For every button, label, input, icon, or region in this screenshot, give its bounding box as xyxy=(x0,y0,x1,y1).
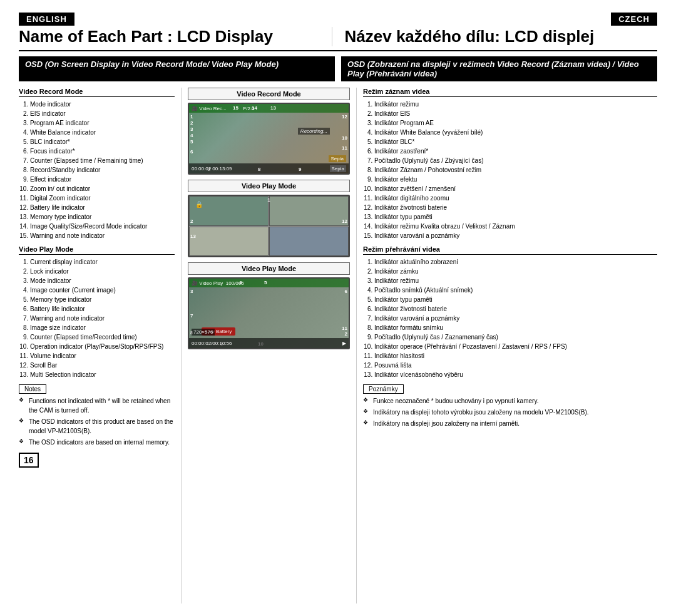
left-panel: Video Record Mode Mode indicator EIS ind… xyxy=(19,88,182,603)
sepia-label: Sepia xyxy=(329,155,346,162)
list-item: Counter (Elapsed time / Remaining time) xyxy=(30,156,175,165)
page-number: 16 xyxy=(19,453,39,468)
lock-icon: 🔒 xyxy=(195,201,203,208)
main-title-row: Name of Each Part : LCD Display Název ka… xyxy=(19,27,657,51)
list-item: Image counter (Current image) xyxy=(30,285,175,295)
list-item: Counter (Elapsed time/Recorded time) xyxy=(30,332,175,342)
resolution-label: 720×576 xyxy=(192,329,215,336)
list-item: Indikátor typu paměti xyxy=(374,295,657,304)
list-item: Indikátor zámku xyxy=(374,267,657,276)
screen-bottom-bar2: 00:00:02/00:10:56 ▶ xyxy=(189,338,349,348)
list-item: Image Quality/Size/Record Mode indicator xyxy=(30,222,175,231)
cz-notes-list: Funkce neoznačené * budou uchovány i po … xyxy=(363,396,657,428)
list-item: White Balance indicator xyxy=(30,128,175,137)
indicator-6: 6 xyxy=(190,149,193,155)
list-item: Image size indicator xyxy=(30,323,175,332)
list-item: Indikátor digitálního zoomu xyxy=(374,193,657,203)
list-item: Indikátor režimu Kvalita obrazu / Veliko… xyxy=(374,222,657,231)
list-item: Indikátor zvětšení / zmenšení xyxy=(374,184,657,193)
screen-grid xyxy=(189,196,349,256)
list-item: The OSD indicators of this product are b… xyxy=(19,417,175,436)
notes-label: Notes xyxy=(19,384,46,394)
list-item: Mode indicator xyxy=(30,276,175,285)
eng-vpm-title: Video Play Mode xyxy=(19,245,175,255)
english-badge: ENGLISH xyxy=(19,13,74,26)
indicator-4: 4 xyxy=(190,133,193,138)
list-item: Počítadlo (Uplynulý čas / Zaznamenaný ča… xyxy=(374,332,657,342)
indicator-14: 14 xyxy=(252,105,257,111)
list-item: Funkce neoznačené * budou uchovány i po … xyxy=(363,396,657,406)
list-item: The OSD indicators are based on internal… xyxy=(19,438,175,447)
list-item: Lock indicator xyxy=(30,267,175,276)
list-item: Indikátory na displeji jsou založeny na … xyxy=(363,419,657,428)
indicator-5: 5 xyxy=(190,139,193,145)
grid-cell xyxy=(269,227,349,257)
eng-vrm-title: Video Record Mode xyxy=(19,88,175,97)
list-item: Indikátor režimu xyxy=(374,276,657,285)
indicator-1: 1 xyxy=(267,197,270,203)
main-title-right: Název každého dílu: LCD displej xyxy=(332,27,658,46)
list-item: Multi Selection indicator xyxy=(30,370,175,379)
subtitle-right: OSD (Zobrazení na displeji v režimech Vi… xyxy=(341,56,657,81)
screen-top-bar2: 🎥 Video Play 100/005 xyxy=(189,279,349,287)
list-item: Current display indicator xyxy=(30,257,175,267)
poznamky-label: Poznámky xyxy=(363,384,404,394)
notes-list: Functions not indicated with * will be r… xyxy=(19,396,175,447)
eng-vpm-list: Current display indicator Lock indicator… xyxy=(19,257,175,379)
list-item: Warning and note indicator xyxy=(30,231,175,240)
list-item: Indikátor efektu xyxy=(374,175,657,184)
indicator-8: 8 xyxy=(258,167,260,172)
vrm-screen: 🎥 Video Rec... F/2.0 1 2 3 4 5 6 12 10 1… xyxy=(188,103,350,175)
list-item: Posuvná lišta xyxy=(374,361,657,370)
indicator-11: 11 xyxy=(342,326,347,331)
indicator-13: 13 xyxy=(190,234,196,239)
vpm-screen-title2: Video Play Mode xyxy=(188,262,350,275)
screen-top-bar: 🎥 Video Rec... F/2.0 xyxy=(189,104,349,113)
vpm-screen-title1: Video Play Mode xyxy=(188,180,350,192)
list-item: BLC indicator* xyxy=(30,137,175,146)
indicator-2: 2 xyxy=(345,331,347,337)
eng-vrm-list: Mode indicator EIS indicator Program AE … xyxy=(19,100,175,240)
list-item: Memory type indicator xyxy=(30,295,175,304)
list-item: Indikátor Program AE xyxy=(374,118,657,128)
list-item: Scroll Bar xyxy=(30,361,175,370)
cz-vpm-title: Režim přehrávání videa xyxy=(363,245,657,255)
list-item: Indikátor formátu snímku xyxy=(374,323,657,332)
list-item: Zoom in/ out indicator xyxy=(30,184,175,193)
list-item: Indikátor White Balance (vyvážení bílé) xyxy=(374,128,657,137)
list-item: EIS indicator xyxy=(30,109,175,118)
page: ENGLISH CZECH Name of Each Part : LCD Di… xyxy=(0,0,676,616)
indicator-2: 2 xyxy=(190,218,193,224)
indicator-7: 7 xyxy=(190,313,193,319)
lang-badges-row: ENGLISH CZECH xyxy=(19,13,657,26)
cz-vrm-title: Režim záznam videa xyxy=(363,88,657,97)
indicator-11: 11 xyxy=(342,145,347,151)
list-item: Indikátor BLC* xyxy=(374,137,657,146)
indicator-15: 15 xyxy=(233,105,238,111)
list-item: Indikátor Záznam / Pohotovostní režim xyxy=(374,165,657,175)
vpm-screen2: 🎥 Video Play 100/005 3 4 5 6 7 11 8 9 10… xyxy=(188,277,350,349)
indicator-4: 4 xyxy=(239,280,242,285)
list-item: Digital Zoom indicator xyxy=(30,193,175,203)
list-item: Warning and note indicator xyxy=(30,314,175,323)
indicator-6: 6 xyxy=(345,289,347,294)
list-item: Mode indicator xyxy=(30,100,175,109)
right-panel: Režim záznam videa Indikátor režimu Indi… xyxy=(357,88,657,603)
list-item: Program AE indicator xyxy=(30,118,175,128)
czech-badge: CZECH xyxy=(611,13,657,26)
screen-bottom-bar: 00:00:02 00:13:09 Sepia xyxy=(189,163,349,173)
indicator-9: 9 xyxy=(299,167,301,172)
list-item: Indikátor hlasitosti xyxy=(374,351,657,361)
indicator-5: 5 xyxy=(264,280,267,285)
list-item: Indikátor životnosti baterie xyxy=(374,203,657,212)
subtitle-row: OSD (On Screen Display in Video Record M… xyxy=(19,56,657,81)
vrm-screen-title: Video Record Mode xyxy=(188,88,350,100)
cz-vpm-list: Indikátor aktuálního zobrazení Indikátor… xyxy=(363,257,657,379)
indicator-10: 10 xyxy=(342,135,347,141)
list-item: Indikátor EIS xyxy=(374,109,657,118)
list-item: Functions not indicated with * will be r… xyxy=(19,396,175,415)
list-item: Focus indicator* xyxy=(30,146,175,156)
list-item: Indikátor varování a poznámky xyxy=(374,314,657,323)
vpm-screen1: 1 2 13 12 🔒 xyxy=(188,195,350,257)
list-item: Indikátor vícenásobného výběru xyxy=(374,370,657,379)
